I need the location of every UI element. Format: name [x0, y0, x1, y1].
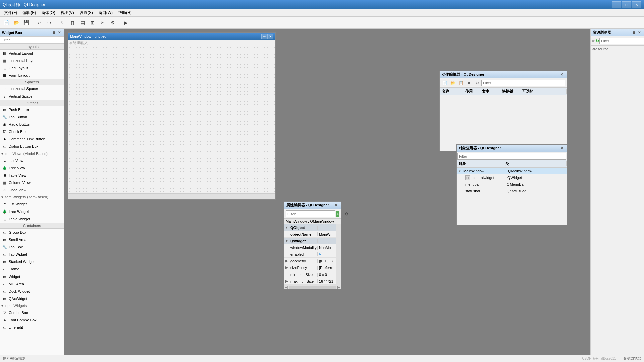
menu-view[interactable]: 视图(V)	[58, 9, 77, 16]
toolbar-break[interactable]: ✂	[98, 18, 107, 27]
prop-geometry[interactable]: ▶ geometry [(0, 0), 8	[284, 258, 336, 264]
widget-horizontal-layout[interactable]: ▥ Horizontal Layout	[0, 57, 64, 64]
menu-window[interactable]: 窗口(W)	[96, 9, 115, 16]
property-scrollbar[interactable]	[336, 224, 341, 285]
widget-frame[interactable]: ▭ Frame	[0, 265, 64, 273]
tree-item-centralwidget[interactable]: ⊟ centralwidget QWidget	[457, 174, 567, 181]
prop-minimumsize[interactable]: minimumSize 0 x 0	[284, 271, 336, 278]
prop-sizepolicy[interactable]: ▶ sizePolicy [Preferre	[284, 264, 336, 271]
toolbar-new[interactable]: 📄	[1, 18, 11, 27]
tree-item-menubar[interactable]: menubar QMenuBar	[457, 181, 567, 188]
widget-form-layout[interactable]: ▦ Form Layout	[0, 72, 64, 79]
tree-item-statusbar[interactable]: statusbar QStatusBar	[457, 188, 567, 194]
property-remove[interactable]: ─	[340, 210, 344, 218]
widget-table-view[interactable]: ⊞ Table View	[0, 172, 64, 179]
right-panel-float[interactable]: ⊟	[631, 30, 637, 35]
toolbar-layout-h[interactable]: ▥	[68, 18, 77, 27]
menu-file[interactable]: 文件(F)	[1, 9, 20, 16]
status-signal-editor[interactable]: 信号/槽编辑器	[3, 356, 26, 361]
widget-vertical-spacer[interactable]: ↕ Vertical Spacer	[0, 93, 64, 100]
action-new[interactable]: 📄	[441, 79, 448, 87]
widget-column-view[interactable]: ▥ Column View	[0, 179, 64, 186]
widget-horizontal-spacer[interactable]: ↔ Horizontal Spacer	[0, 85, 64, 93]
prop-objectname[interactable]: objectName MainWi	[284, 231, 336, 238]
object-viewer-filter[interactable]	[457, 153, 566, 160]
widget-box-float[interactable]: ⊟	[51, 30, 57, 35]
scroll-left[interactable]: ◀	[284, 285, 288, 289]
menu-settings[interactable]: 设置(S)	[77, 9, 96, 16]
prop-windowmodality[interactable]: windowModality NonMo	[284, 244, 336, 251]
menu-edit[interactable]: 编辑(E)	[20, 9, 39, 16]
widget-radio-button[interactable]: ◉ Radio Button	[0, 121, 64, 128]
property-add[interactable]: +	[336, 211, 339, 217]
widget-table-widget[interactable]: ⊞ Table Widget	[0, 215, 64, 223]
property-configure[interactable]: ⚙	[344, 210, 349, 218]
widget-command-link-button[interactable]: ➤ Command Link Button	[0, 135, 64, 143]
toolbar-adjust[interactable]: ⚙	[108, 18, 117, 27]
toolbar-preview[interactable]: ▶	[121, 18, 130, 27]
object-viewer-close[interactable]: ✕	[559, 146, 565, 151]
resource-edit[interactable]: ✏	[591, 37, 595, 45]
widget-tool-button[interactable]: 🔧 Tool Button	[0, 113, 64, 121]
widget-stacked-widget[interactable]: ▭ Stacked Widget	[0, 258, 64, 265]
scroll-right[interactable]: ▶	[337, 285, 341, 289]
prop-enabled[interactable]: enabled ☑	[284, 251, 336, 258]
widget-box-close[interactable]: ✕	[57, 30, 62, 35]
property-editor-close[interactable]: ✕	[333, 203, 339, 208]
widget-list-view[interactable]: ≡ List View	[0, 157, 64, 164]
widget-scroll-area[interactable]: ▭ Scroll Area	[0, 236, 64, 243]
action-copy[interactable]: 📋	[457, 79, 465, 87]
toolbar-layout-v[interactable]: ▤	[78, 18, 87, 27]
category-item-widgets[interactable]: ▾ Item Widgets (Item-Based)	[0, 194, 64, 200]
category-input-widgets[interactable]: ▾ Input Widgets	[0, 302, 64, 309]
widget-combo-box[interactable]: ▽ Combo Box	[0, 309, 64, 316]
menu-help[interactable]: 帮助(H)	[115, 9, 135, 16]
toolbar-select[interactable]: ↖	[58, 18, 67, 27]
widget-tool-box[interactable]: 🔧 Tool Box	[0, 243, 64, 251]
toolbar-undo[interactable]: ↩	[35, 18, 44, 27]
action-delete[interactable]: ✕	[465, 79, 473, 87]
property-filter[interactable]	[286, 210, 335, 217]
designer-window-minimize[interactable]: ─	[261, 34, 267, 39]
status-resource-browser[interactable]: 资源浏览器	[623, 356, 641, 361]
designer-canvas[interactable]	[68, 46, 275, 193]
toolbar-save[interactable]: 💾	[21, 18, 31, 27]
widget-qax-widget[interactable]: ▭ QAxWidget	[0, 295, 64, 302]
action-editor-close[interactable]: ✕	[559, 72, 565, 77]
resource-filter[interactable]	[599, 38, 644, 44]
action-editor-filter[interactable]	[481, 80, 565, 86]
widget-tree-widget[interactable]: 🌲 Tree Widget	[0, 208, 64, 215]
widget-list-widget[interactable]: ≡ List Widget	[0, 200, 64, 208]
widget-push-button[interactable]: ▭ Push Button	[0, 106, 64, 113]
action-configure[interactable]: ⚙	[473, 79, 481, 87]
widget-widget[interactable]: ▭ Widget	[0, 273, 64, 280]
toolbar-layout-g[interactable]: ⊞	[88, 18, 97, 27]
designer-window-close[interactable]: ✕	[267, 34, 273, 39]
widget-undo-view[interactable]: ↩ Undo View	[0, 186, 64, 194]
maximize-button[interactable]: □	[622, 1, 631, 8]
widget-mdi-area[interactable]: ▭ MDI Area	[0, 280, 64, 288]
widget-check-box[interactable]: ☑ Check Box	[0, 128, 64, 135]
widget-font-combo-box[interactable]: A Font Combo Box	[0, 316, 64, 324]
toolbar-open[interactable]: 📂	[11, 18, 21, 27]
widget-tree-view[interactable]: 🌲 Tree View	[0, 164, 64, 172]
widget-group-box[interactable]: ▭ Group Box	[0, 229, 64, 236]
widget-dialog-button-box[interactable]: ▭ Dialog Button Box	[0, 143, 64, 150]
minimize-button[interactable]: ─	[612, 1, 621, 8]
tree-item-mainwindow[interactable]: ▾ MainWindow QMainWindow	[457, 168, 567, 174]
widget-line-edit[interactable]: ▭ Line Edit	[0, 324, 64, 331]
widget-dock-widget[interactable]: ▭ Dock Widget	[0, 288, 64, 295]
widget-tab-widget[interactable]: ▭ Tab Widget	[0, 251, 64, 258]
action-open[interactable]: 📂	[449, 79, 457, 87]
widget-vertical-layout[interactable]: ▤ Vertical Layout	[0, 50, 64, 57]
property-hscroll[interactable]: ◀ ▶	[284, 285, 341, 289]
toolbar-redo[interactable]: ↪	[45, 18, 54, 27]
widget-grid-layout[interactable]: ⊞ Grid Layout	[0, 64, 64, 72]
prop-maximumsize[interactable]: ▶ maximumSize 1677721	[284, 278, 336, 285]
widget-box-filter[interactable]	[0, 36, 64, 44]
menu-form[interactable]: 窗体(O)	[39, 9, 58, 16]
resource-refresh[interactable]: ↻	[595, 37, 599, 45]
right-panel-close[interactable]: ✕	[637, 30, 642, 35]
category-item-views[interactable]: ▾ Item Views (Model-Based)	[0, 150, 64, 157]
close-button[interactable]: ✕	[632, 1, 641, 8]
